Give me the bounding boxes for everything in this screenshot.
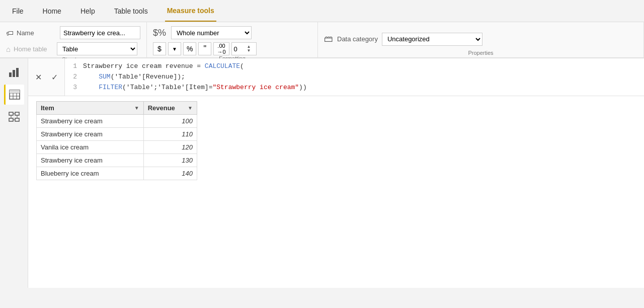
- table-cell-item: Blueberry ice cream: [37, 167, 144, 180]
- code-text-1: Strawberry ice cream revenue = CALCULATE…: [83, 61, 244, 72]
- home-table-label: Home table: [14, 45, 54, 53]
- table-row: Vanila ice cream120: [37, 141, 197, 154]
- table-body: Strawberry ice cream100Strawberry ice cr…: [37, 115, 197, 180]
- table-cell-revenue: 130: [143, 154, 197, 167]
- comma-button[interactable]: ": [198, 42, 211, 55]
- percent-button[interactable]: %: [183, 42, 196, 55]
- svg-rect-11: [9, 118, 13, 121]
- column-header-item: Item ▼: [37, 102, 144, 115]
- format-type-select[interactable]: Whole number Decimal number Currency Per…: [171, 26, 252, 39]
- table-cell-item: Strawberry ice cream: [37, 128, 144, 141]
- format-buttons-row: $ ▼ % " .00→0 0 ▲ ▼: [153, 42, 257, 55]
- svg-rect-10: [15, 112, 19, 115]
- data-table: Item ▼ Revenue ▼ Strawberry ice: [36, 101, 197, 180]
- item-filter-icon[interactable]: ▼: [134, 105, 139, 111]
- table-cell-revenue: 140: [143, 167, 197, 180]
- data-category-label: Data category: [337, 35, 378, 43]
- menu-table-tools[interactable]: Table tools: [112, 1, 150, 21]
- line-number-1: 1: [70, 61, 77, 72]
- table-cell-item: Vanila ice cream: [37, 141, 144, 154]
- svg-rect-9: [9, 112, 13, 115]
- column-header-revenue: Revenue ▼: [143, 102, 197, 115]
- sidebar: [0, 58, 28, 288]
- table-cell-item: Strawberry ice cream: [37, 154, 144, 167]
- data-category-icon: 🗃: [324, 34, 333, 44]
- svg-rect-1: [13, 70, 15, 77]
- name-label: Name: [17, 29, 57, 37]
- svg-rect-2: [16, 68, 19, 77]
- ribbon-group-properties: 🗃 Data category Uncategorized Web URL Im…: [318, 22, 644, 57]
- table-cell-revenue: 110: [143, 128, 197, 141]
- confirm-formula-button[interactable]: ✓: [48, 71, 60, 83]
- svg-rect-8: [10, 90, 20, 93]
- name-input[interactable]: [60, 26, 140, 39]
- spinner-down[interactable]: ▼: [247, 49, 251, 53]
- decimal-value-input[interactable]: 0: [232, 44, 247, 54]
- code-line-1: 1 Strawberry ice cream revenue = CALCULA…: [70, 61, 639, 72]
- sidebar-table[interactable]: [4, 85, 24, 105]
- name-icon: 🏷: [6, 29, 14, 37]
- decimal-spinner[interactable]: 0 ▲ ▼: [231, 42, 257, 55]
- dollar-button[interactable]: $: [153, 42, 166, 55]
- dropdown-arrow-button[interactable]: ▼: [168, 42, 181, 55]
- table-cell-revenue: 100: [143, 115, 197, 128]
- formula-bar: ✕ ✓ 1 Strawberry ice cream revenue = CAL…: [28, 58, 644, 96]
- table-cell-item: Strawberry ice cream: [37, 115, 144, 128]
- menu-file[interactable]: File: [10, 1, 26, 21]
- line-number-3: 3: [70, 83, 77, 93]
- editor-area: ✕ ✓ 1 Strawberry ice cream revenue = CAL…: [28, 58, 644, 288]
- code-line-3: 3 FILTER('Table';'Table'[Item]="Strawber…: [70, 83, 639, 93]
- code-line-2: 2 SUM('Table'[Revenue]);: [70, 72, 639, 83]
- main-content: ✕ ✓ 1 Strawberry ice cream revenue = CAL…: [0, 58, 644, 288]
- format-icon: $%: [153, 28, 166, 38]
- svg-rect-0: [9, 72, 12, 77]
- table-row: Strawberry ice cream110: [37, 128, 197, 141]
- home-table-row: ⌂ Home table Table: [6, 42, 137, 55]
- table-row: Blueberry ice cream140: [37, 167, 197, 180]
- table-row: Strawberry ice cream100: [37, 115, 197, 128]
- ribbon: 🏷 Name ⌂ Home table Table Structure: [0, 22, 644, 58]
- menu-help[interactable]: Help: [78, 1, 97, 21]
- format-type-row: $% Whole number Decimal number Currency …: [153, 26, 252, 39]
- data-table-container: Item ▼ Revenue ▼ Strawberry ice: [28, 96, 644, 288]
- ribbon-group-formatting: $% Whole number Decimal number Currency …: [147, 22, 318, 57]
- formula-actions: ✕ ✓: [28, 58, 65, 96]
- properties-label: Properties: [324, 50, 637, 57]
- svg-rect-12: [15, 118, 19, 121]
- code-text-2: SUM('Table'[Revenue]);: [83, 72, 185, 83]
- name-row: 🏷 Name: [6, 26, 140, 39]
- sidebar-bar-chart[interactable]: [4, 62, 24, 83]
- menu-home[interactable]: Home: [41, 1, 63, 21]
- table-cell-revenue: 120: [143, 141, 197, 154]
- home-table-select[interactable]: Table: [57, 42, 137, 55]
- code-editor[interactable]: 1 Strawberry ice cream revenue = CALCULA…: [65, 58, 644, 96]
- table-header-row: Item ▼ Revenue ▼: [37, 102, 197, 115]
- ribbon-group-structure: 🏷 Name ⌂ Home table Table Structure: [0, 22, 147, 57]
- cancel-formula-button[interactable]: ✕: [32, 71, 44, 83]
- menu-bar: File Home Help Table tools Measure tools: [0, 0, 644, 22]
- decimal-button[interactable]: .00→0: [213, 42, 229, 55]
- revenue-filter-icon[interactable]: ▼: [188, 105, 193, 111]
- code-text-3: FILTER('Table';'Table'[Item]="Strawberry…: [83, 83, 307, 93]
- line-number-2: 2: [70, 72, 77, 83]
- data-category-select[interactable]: Uncategorized Web URL Image URL Barcode: [382, 33, 482, 46]
- sidebar-model[interactable]: [4, 107, 24, 127]
- menu-measure-tools[interactable]: Measure tools: [165, 1, 216, 22]
- table-row: Strawberry ice cream130: [37, 154, 197, 167]
- home-table-icon: ⌂: [6, 45, 11, 53]
- spinner-arrows[interactable]: ▲ ▼: [247, 42, 251, 55]
